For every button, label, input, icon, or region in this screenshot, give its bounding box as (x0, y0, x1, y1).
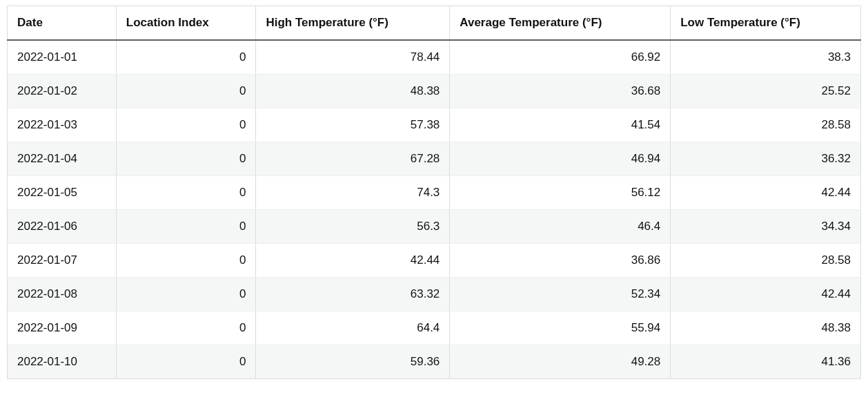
cell-date: 2022-01-08 (8, 278, 117, 311)
cell-loc: 0 (116, 345, 256, 379)
cell-high: 67.28 (256, 142, 450, 176)
cell-date: 2022-01-06 (8, 210, 117, 244)
cell-loc: 0 (116, 278, 256, 311)
table-row: 2022-01-08 0 63.32 52.34 42.44 (8, 278, 861, 311)
table-row: 2022-01-10 0 59.36 49.28 41.36 (8, 345, 861, 379)
cell-low: 28.58 (671, 108, 861, 142)
cell-avg: 55.94 (450, 311, 671, 345)
cell-low: 48.38 (671, 311, 861, 345)
cell-low: 38.3 (671, 40, 861, 75)
cell-loc: 0 (116, 108, 256, 142)
cell-high: 59.36 (256, 345, 450, 379)
cell-avg: 46.4 (450, 210, 671, 244)
col-location: Location Index (116, 6, 256, 41)
col-low: Low Temperature (°F) (671, 6, 861, 41)
cell-high: 48.38 (256, 75, 450, 108)
cell-low: 34.34 (671, 210, 861, 244)
cell-avg: 66.92 (450, 40, 671, 75)
cell-avg: 46.94 (450, 142, 671, 176)
table-row: 2022-01-09 0 64.4 55.94 48.38 (8, 311, 861, 345)
cell-low: 28.58 (671, 244, 861, 278)
col-date: Date (8, 6, 117, 41)
cell-loc: 0 (116, 244, 256, 278)
table-row: 2022-01-06 0 56.3 46.4 34.34 (8, 210, 861, 244)
cell-date: 2022-01-05 (8, 176, 117, 210)
cell-avg: 52.34 (450, 278, 671, 311)
cell-date: 2022-01-04 (8, 142, 117, 176)
cell-loc: 0 (116, 142, 256, 176)
cell-high: 74.3 (256, 176, 450, 210)
cell-date: 2022-01-02 (8, 75, 117, 108)
cell-high: 64.4 (256, 311, 450, 345)
cell-date: 2022-01-09 (8, 311, 117, 345)
cell-low: 41.36 (671, 345, 861, 379)
cell-high: 78.44 (256, 40, 450, 75)
cell-low: 36.32 (671, 142, 861, 176)
cell-low: 25.52 (671, 75, 861, 108)
table-row: 2022-01-03 0 57.38 41.54 28.58 (8, 108, 861, 142)
cell-loc: 0 (116, 40, 256, 75)
cell-loc: 0 (116, 75, 256, 108)
table-header-row: Date Location Index High Temperature (°F… (8, 6, 861, 41)
cell-loc: 0 (116, 176, 256, 210)
cell-date: 2022-01-07 (8, 244, 117, 278)
cell-low: 42.44 (671, 278, 861, 311)
cell-avg: 41.54 (450, 108, 671, 142)
cell-loc: 0 (116, 210, 256, 244)
table-row: 2022-01-07 0 42.44 36.86 28.58 (8, 244, 861, 278)
cell-date: 2022-01-03 (8, 108, 117, 142)
cell-high: 57.38 (256, 108, 450, 142)
cell-loc: 0 (116, 311, 256, 345)
table-row: 2022-01-01 0 78.44 66.92 38.3 (8, 40, 861, 75)
col-high: High Temperature (°F) (256, 6, 450, 41)
table-row: 2022-01-05 0 74.3 56.12 42.44 (8, 176, 861, 210)
cell-low: 42.44 (671, 176, 861, 210)
cell-date: 2022-01-01 (8, 40, 117, 75)
cell-high: 42.44 (256, 244, 450, 278)
table-row: 2022-01-04 0 67.28 46.94 36.32 (8, 142, 861, 176)
temperature-table: Date Location Index High Temperature (°F… (7, 6, 861, 379)
cell-avg: 56.12 (450, 176, 671, 210)
cell-avg: 36.86 (450, 244, 671, 278)
cell-avg: 49.28 (450, 345, 671, 379)
cell-avg: 36.68 (450, 75, 671, 108)
cell-high: 56.3 (256, 210, 450, 244)
table-row: 2022-01-02 0 48.38 36.68 25.52 (8, 75, 861, 108)
cell-high: 63.32 (256, 278, 450, 311)
col-avg: Average Temperature (°F) (450, 6, 671, 41)
cell-date: 2022-01-10 (8, 345, 117, 379)
